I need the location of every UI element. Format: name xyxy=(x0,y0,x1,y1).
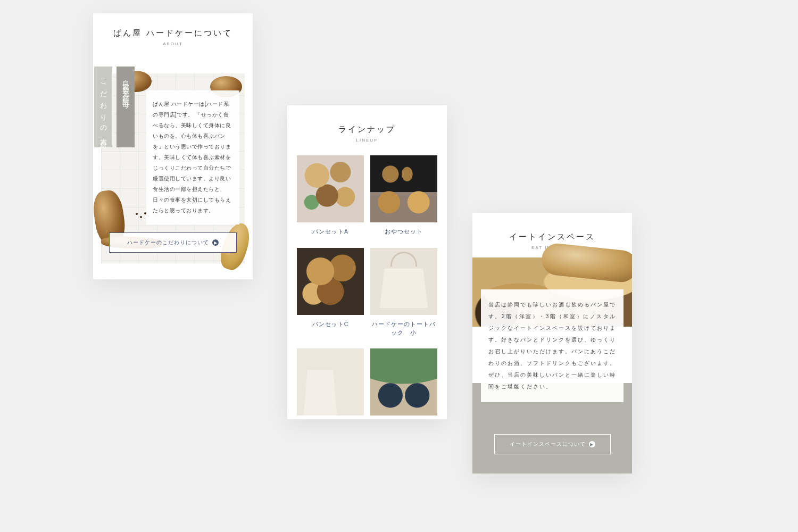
product-item[interactable]: ハードケーのトートバック 小 xyxy=(370,248,437,337)
product-name: パンセットC xyxy=(297,320,364,329)
eatin-card: イートインスペース EAT IN SPACE イートインスペースについて ▶ 当… xyxy=(472,213,632,473)
lineup-title: ラインナップ xyxy=(287,124,447,135)
eatin-detail-button[interactable]: イートインスペースについて ▶ xyxy=(494,434,611,454)
eatin-body: 当店は静岡でも珍しいお酒も飲めるパン屋です。2階（洋室）・3階（和室）にノスタル… xyxy=(481,289,624,402)
about-subtitle: ABOUT xyxy=(93,41,253,46)
tote-icon xyxy=(390,252,417,267)
tote-logo-icon xyxy=(401,276,408,291)
product-item[interactable]: おやつセット xyxy=(370,155,437,236)
lineup-header: ラインナップ LINEUP xyxy=(287,105,447,152)
product-image xyxy=(370,155,437,222)
chevron-right-icon: ▶ xyxy=(589,441,595,447)
product-item[interactable] xyxy=(297,348,364,415)
vertical-tags: こだわりの素材 自家製天然酵母 xyxy=(94,66,135,147)
about-card: ぱん屋 ハードケーについて ABOUT こだわりの素材 自家製天然酵母 ぱん屋 … xyxy=(93,13,253,279)
product-name: おやつセット xyxy=(370,228,437,236)
about-detail-button-label: ハードケーのこだわりについて xyxy=(127,239,209,246)
product-name: パンセットA xyxy=(297,228,364,236)
product-image xyxy=(297,348,364,415)
lineup-grid: パンセットA おやつセット パンセットC ハードケーのトートバック 小 xyxy=(287,152,447,415)
lineup-card: ラインナップ LINEUP パンセットA おやつセット パンセットC ハードケー… xyxy=(287,105,447,419)
eatin-detail-button-label: イートインスペースについて xyxy=(510,440,586,448)
product-item[interactable] xyxy=(370,348,437,415)
vertical-tag-back: こだわりの素材 xyxy=(94,66,112,147)
product-item[interactable]: パンセットA xyxy=(297,155,364,236)
about-detail-button[interactable]: ハードケーのこだわりについて ▶ xyxy=(109,232,237,253)
lineup-subtitle: LINEUP xyxy=(287,138,447,143)
eatin-title: イートインスペース xyxy=(472,232,632,242)
about-body: ぱん屋 ハードケーは[ハード系の専門店]です。 「せっかく食べるなら、美味しくて… xyxy=(146,90,239,225)
product-name: ハードケーのトートバック 小 xyxy=(370,320,437,337)
product-item[interactable]: パンセットC xyxy=(297,248,364,337)
product-image xyxy=(297,248,364,315)
vertical-tag-front: 自家製天然酵母 xyxy=(117,66,135,147)
chevron-right-icon: ▶ xyxy=(212,239,219,246)
product-image xyxy=(297,155,364,222)
about-title: ぱん屋 ハードケーについて xyxy=(93,28,253,38)
about-header: ぱん屋 ハードケーについて ABOUT xyxy=(93,13,253,49)
product-image xyxy=(370,248,437,315)
product-image xyxy=(370,348,437,415)
